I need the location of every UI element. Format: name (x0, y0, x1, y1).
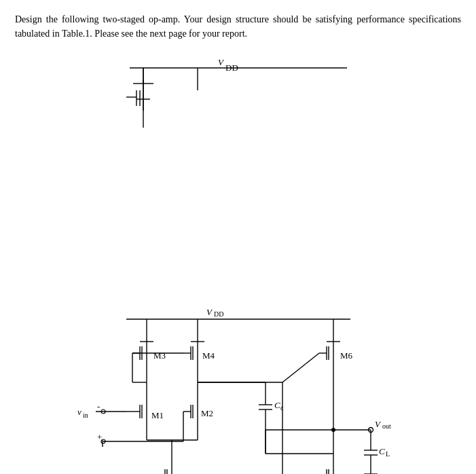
svg-text:in: in (83, 412, 88, 419)
svg-text:M4: M4 (202, 350, 215, 361)
vdd-label: V (218, 57, 225, 67)
svg-text:DD: DD (214, 310, 223, 318)
svg-line-102 (282, 353, 319, 382)
svg-text:M3: M3 (153, 350, 166, 361)
svg-text:M1: M1 (151, 410, 164, 420)
circuit-main-svg: .lbl { font-family: 'Times New Roman', T… (58, 304, 418, 474)
svg-text:C: C (379, 446, 385, 456)
svg-text:C: C (274, 400, 280, 410)
svg-text:-: - (97, 401, 100, 412)
svg-text:V: V (375, 419, 382, 429)
svg-text:DD: DD (225, 62, 238, 73)
svg-text:c: c (280, 404, 284, 412)
svg-text:L: L (386, 450, 390, 458)
circuit-svg: text { font-family: 'Times New Roman', T… (62, 53, 415, 304)
svg-text:v: v (77, 407, 81, 417)
intro-paragraph: Design the following two-staged op-amp. … (15, 12, 461, 41)
svg-text:M2: M2 (201, 408, 213, 418)
svg-text:out: out (382, 422, 391, 430)
circuit-diagram: text { font-family: 'Times New Roman', T… (15, 53, 461, 474)
svg-text:V: V (206, 307, 213, 317)
svg-text:M6: M6 (340, 350, 353, 361)
